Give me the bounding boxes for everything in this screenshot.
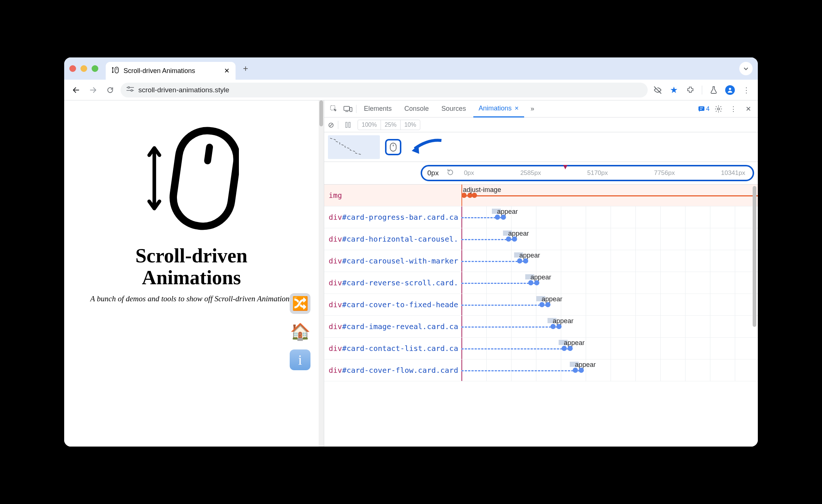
row-timeline: appear — [461, 316, 758, 337]
timeline-ruler-area: 0px 0px 2585px 5170px 7756px 10341px — [324, 162, 758, 185]
more-tabs-icon[interactable]: » — [526, 103, 538, 115]
selector-text: div#card-horizontal-carousel. — [324, 235, 461, 243]
row-timeline: appear — [461, 272, 758, 294]
animation-row[interactable]: div#card-image-reveal.card.caappear — [324, 316, 758, 338]
back-button[interactable] — [69, 83, 83, 97]
extensions-icon[interactable] — [684, 84, 697, 96]
tab-animations[interactable]: Animations✕ — [473, 100, 524, 117]
replay-icon[interactable] — [446, 168, 454, 178]
devtools-panel: Elements Console Sources Animations✕ » 4… — [324, 100, 758, 447]
site-settings-icon[interactable] — [126, 86, 134, 94]
settings-gear-icon[interactable] — [713, 103, 724, 115]
svg-rect-8 — [344, 106, 349, 110]
animation-row[interactable]: div#card-horizontal-carousel.appear — [324, 228, 758, 250]
divider — [356, 105, 356, 113]
menu-button[interactable]: ⋮ — [740, 84, 753, 96]
speed-100[interactable]: 100% — [358, 120, 381, 130]
tab-sources[interactable]: Sources — [436, 100, 471, 117]
tab-console[interactable]: Console — [399, 100, 434, 117]
profile-avatar[interactable] — [724, 84, 736, 96]
divider — [338, 121, 338, 129]
animation-row[interactable]: div#card-cover-to-fixed-headeappear — [324, 294, 758, 316]
bookmark-star-icon[interactable]: ★ — [668, 84, 680, 96]
speed-selector: 100% 25% 10% — [358, 120, 420, 130]
selector-text: img — [324, 191, 461, 200]
browser-tab[interactable]: Scroll-driven Animations ✕ — [106, 62, 236, 80]
info-button[interactable]: i — [290, 349, 310, 370]
row-timeline: appear — [461, 294, 758, 315]
home-button[interactable]: 🏠 — [290, 321, 310, 342]
browser-window: Scroll-driven Animations ✕ + scroll-driv… — [64, 57, 758, 447]
url-text: scroll-driven-animations.style — [138, 86, 229, 94]
speed-10[interactable]: 10% — [401, 120, 420, 130]
annotation-arrow — [410, 137, 443, 156]
close-devtools-icon[interactable]: ✕ — [742, 103, 754, 115]
animation-row[interactable]: div#card-carousel-with-markerappear — [324, 250, 758, 272]
svg-rect-14 — [390, 143, 396, 151]
clear-icon[interactable]: ⊘ — [328, 120, 334, 129]
svg-rect-9 — [350, 107, 352, 112]
row-timeline: appear — [461, 228, 758, 250]
devtools-tab-bar: Elements Console Sources Animations✕ » 4… — [324, 100, 758, 117]
window-controls — [69, 65, 98, 72]
page-side-buttons: 🔀 🏠 i — [290, 293, 310, 370]
svg-point-3 — [131, 90, 132, 91]
animations-toolbar: ⊘ 100% 25% 10% — [324, 117, 758, 132]
animation-row[interactable]: div#card-contact-list.card.caappear — [324, 338, 758, 359]
tab-elements[interactable]: Elements — [359, 100, 397, 117]
svg-point-2 — [128, 87, 129, 88]
animation-row[interactable]: div#card-progress-bar.card.caappear — [324, 206, 758, 228]
svg-rect-12 — [346, 122, 347, 127]
row-timeline: appear — [461, 359, 758, 381]
animation-group-thumb[interactable] — [328, 135, 380, 159]
animation-row[interactable]: div#card-cover-flow.card.cardappear — [324, 359, 758, 381]
animation-row[interactable]: div#card-reverse-scroll.card.appear — [324, 272, 758, 294]
selector-text: div#card-cover-to-fixed-heade — [324, 300, 461, 309]
row-timeline: appear — [461, 250, 758, 272]
timeline-ruler[interactable]: 0px 0px 2585px 5170px 7756px 10341px — [421, 165, 754, 181]
row-timeline: adjust-image — [461, 185, 758, 206]
close-panel-icon[interactable]: ✕ — [514, 105, 519, 111]
devtools-scrollbar[interactable] — [753, 185, 757, 348]
svg-rect-15 — [393, 145, 394, 146]
speed-25[interactable]: 25% — [381, 120, 401, 130]
content-area: Scroll-drivenAnimations A bunch of demos… — [64, 100, 758, 447]
ruler-ticks: 0px 2585px 5170px 7756px 10341px — [462, 169, 747, 177]
selector-text: div#card-image-reveal.card.ca — [324, 322, 461, 331]
hide-icon[interactable] — [651, 84, 664, 96]
animation-row[interactable]: imgadjust-image — [324, 185, 758, 206]
pause-icon[interactable] — [342, 119, 354, 131]
tab-strip: Scroll-driven Animations ✕ + — [64, 57, 758, 80]
toolbar-divider — [702, 86, 702, 94]
svg-rect-10 — [698, 106, 704, 111]
labs-icon[interactable] — [707, 84, 720, 96]
inspect-icon[interactable] — [328, 103, 340, 115]
address-bar[interactable]: scroll-driven-animations.style — [121, 83, 648, 97]
playhead-marker-icon[interactable] — [562, 164, 568, 170]
selector-text: div#card-reverse-scroll.card. — [324, 278, 461, 287]
device-icon[interactable] — [342, 103, 354, 115]
shuffle-button[interactable]: 🔀 — [290, 293, 310, 314]
reload-button[interactable] — [103, 83, 117, 97]
console-messages-badge[interactable]: 4 — [698, 105, 710, 113]
scroll-driven-indicator-icon[interactable] — [385, 139, 401, 155]
tab-favicon — [112, 66, 119, 76]
close-window-button[interactable] — [69, 65, 76, 72]
tab-list-button[interactable] — [739, 62, 753, 75]
page-scrollbar[interactable] — [319, 100, 324, 447]
close-tab-button[interactable]: ✕ — [224, 67, 230, 75]
svg-rect-6 — [204, 143, 213, 165]
scrollbar-thumb[interactable] — [319, 100, 323, 126]
devtools-menu-icon[interactable]: ⋮ — [727, 103, 739, 115]
zoom-window-button[interactable] — [92, 65, 98, 72]
svg-rect-5 — [170, 127, 239, 230]
forward-button[interactable] — [86, 83, 100, 97]
webpage: Scroll-drivenAnimations A bunch of demos… — [64, 100, 319, 447]
selector-text: div#card-carousel-with-marker — [324, 256, 461, 265]
capture-preview — [324, 132, 758, 162]
new-tab-button[interactable]: + — [239, 63, 252, 74]
browser-toolbar: scroll-driven-animations.style ★ ⋮ — [64, 80, 758, 100]
selector-text: div#card-cover-flow.card.card — [324, 366, 461, 375]
minimize-window-button[interactable] — [80, 65, 87, 72]
ruler-position: 0px — [427, 169, 439, 177]
